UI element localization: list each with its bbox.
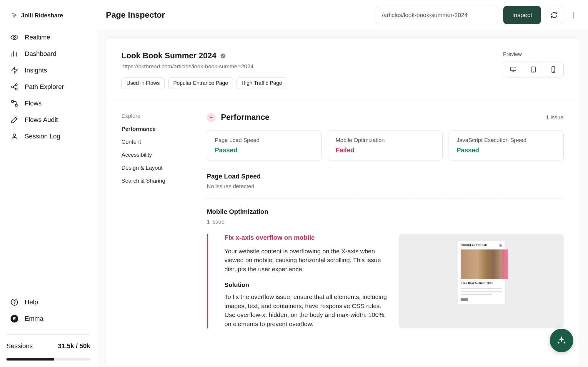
sub-title: Mobile Optimization xyxy=(207,208,564,216)
solution-body: To fix the overflow issue, ensure that a… xyxy=(224,292,390,328)
nav-label: Session Log xyxy=(25,133,60,140)
card-header: Look Book Summer 2024 https://bkthread.c… xyxy=(106,38,579,101)
brand[interactable]: Jolli Rideshare xyxy=(6,9,90,31)
brand-icon xyxy=(11,12,18,19)
metric-page-load[interactable]: Page Load Speed Passed xyxy=(207,130,322,161)
main: Page Inspector Inspect Look Book Summer … xyxy=(97,0,588,367)
issue-row: Fix x-axis overflow on mobile Your websi… xyxy=(207,234,564,328)
sidebar: Jolli Rideshare Realtime Dashboard Insig… xyxy=(0,0,97,367)
dots-vertical-icon xyxy=(570,11,577,19)
explore-item-performance[interactable]: Performance xyxy=(121,126,192,132)
svg-point-15 xyxy=(14,304,15,304)
solution-heading: Solution xyxy=(224,281,390,288)
card-body: Explore Performance Content Accessibilit… xyxy=(106,101,579,340)
nav-label: Insights xyxy=(25,67,47,74)
metric-status: Failed xyxy=(336,146,435,154)
preview-card: BROOKLYN THREAD ☰ Look Book Summer 2024 xyxy=(399,234,564,328)
user-icon xyxy=(11,133,18,140)
svg-point-6 xyxy=(15,84,17,86)
metric-mobile-opt[interactable]: Mobile Optimization Failed xyxy=(328,130,443,161)
issue-card: Fix x-axis overflow on mobile Your websi… xyxy=(207,234,390,328)
eye-icon xyxy=(11,34,18,41)
content-card: Look Book Summer 2024 https://bkthread.c… xyxy=(105,37,580,367)
device-mobile-button[interactable] xyxy=(543,62,563,77)
nav-help[interactable]: Help xyxy=(11,298,86,306)
card-title: Look Book Summer 2024 xyxy=(121,51,216,60)
verified-icon xyxy=(220,53,226,59)
issue-count: 1 issue xyxy=(546,114,564,121)
wand-icon xyxy=(11,116,18,124)
svg-rect-11 xyxy=(11,100,14,103)
phone-brand: BROOKLYN THREAD xyxy=(461,244,487,247)
nav-label: Realtime xyxy=(25,34,50,41)
help-icon xyxy=(11,298,18,306)
svg-marker-5 xyxy=(11,67,17,74)
issue-body: Your website content is overflowing on t… xyxy=(224,247,390,274)
nav-label: Help xyxy=(25,298,38,306)
metric-name: Mobile Optimization xyxy=(336,137,435,143)
metric-status: Passed xyxy=(457,146,556,154)
svg-point-0 xyxy=(14,37,16,39)
nav-session-log[interactable]: Session Log xyxy=(11,133,86,140)
preview-label: Preview xyxy=(503,51,564,57)
tablet-icon xyxy=(530,66,537,73)
chip-used-in-flows[interactable]: Used in Flows xyxy=(121,77,165,89)
flows-icon xyxy=(11,100,18,107)
svg-point-7 xyxy=(11,86,14,88)
nav-label: Path Explorer xyxy=(25,83,64,91)
nav-flows[interactable]: Flows xyxy=(11,100,86,107)
bolt-icon xyxy=(11,67,18,74)
sparkle-icon xyxy=(557,335,567,345)
metric-name: Page Load Speed xyxy=(215,137,314,143)
avatar: E xyxy=(11,315,18,323)
svg-point-13 xyxy=(13,134,16,136)
section-title: Performance xyxy=(221,113,269,122)
usage-block: Sessions 31.5k / 50k xyxy=(6,334,90,361)
explore-item-accessibility[interactable]: Accessibility xyxy=(121,152,192,158)
nav-path-explorer[interactable]: Path Explorer xyxy=(11,83,86,91)
hamburger-icon: ☰ xyxy=(499,244,502,247)
preview-block: Preview xyxy=(503,51,564,77)
refresh-button[interactable] xyxy=(545,6,563,24)
explore-item-design[interactable]: Design & Layout xyxy=(121,165,192,171)
topbar: Page Inspector Inspect xyxy=(97,0,588,30)
more-button[interactable] xyxy=(567,6,579,24)
sidebar-bottom: Help E Emma xyxy=(6,295,90,325)
divider xyxy=(207,199,564,199)
url-input[interactable] xyxy=(376,6,499,24)
mobile-icon xyxy=(550,66,557,73)
issue-title: Fix x-axis overflow on mobile xyxy=(224,234,390,242)
svg-point-17 xyxy=(573,14,574,16)
usage-value: 31.5k / 50k xyxy=(58,342,90,350)
device-desktop-button[interactable] xyxy=(503,62,523,77)
phone-tag xyxy=(461,298,468,301)
device-tablet-button[interactable] xyxy=(523,62,543,77)
nav-user[interactable]: E Emma xyxy=(11,315,86,323)
nav-label: Flows Audit xyxy=(25,116,58,124)
chip-high-traffic[interactable]: High Traffic Page xyxy=(236,77,287,89)
share-icon xyxy=(11,83,18,91)
svg-line-10 xyxy=(13,87,16,89)
explore-item-content[interactable]: Content xyxy=(121,139,192,145)
nav-insights[interactable]: Insights xyxy=(11,67,86,74)
metric-js-exec[interactable]: JavaScript Execution Speed Passed xyxy=(449,130,564,161)
nav-realtime[interactable]: Realtime xyxy=(11,34,86,41)
fab-button[interactable] xyxy=(550,329,573,352)
usage-bar-fill xyxy=(6,358,54,361)
svg-line-9 xyxy=(13,85,16,86)
explore-item-search[interactable]: Search & Sharing xyxy=(121,178,192,184)
sub-title: Page Load Speed xyxy=(207,173,564,180)
phone-preview: BROOKLYN THREAD ☰ Look Book Summer 2024 xyxy=(458,241,505,304)
phone-text-line xyxy=(461,294,492,295)
chips: Used in Flows Popular Entrance Page High… xyxy=(121,77,287,89)
overflow-highlight xyxy=(502,249,508,279)
explore-nav: Explore Performance Content Accessibilit… xyxy=(121,113,192,328)
svg-rect-19 xyxy=(511,67,516,71)
sub-mobile-opt: Mobile Optimization 1 issue xyxy=(207,208,564,225)
chip-popular-entrance[interactable]: Popular Entrance Page xyxy=(168,77,233,89)
nav-dashboard[interactable]: Dashboard xyxy=(11,50,86,58)
nav-flows-audit[interactable]: Flows Audit xyxy=(11,116,86,124)
metric-cards: Page Load Speed Passed Mobile Optimizati… xyxy=(207,130,564,161)
inspect-button[interactable]: Inspect xyxy=(503,6,541,24)
phone-text-line xyxy=(461,291,502,292)
